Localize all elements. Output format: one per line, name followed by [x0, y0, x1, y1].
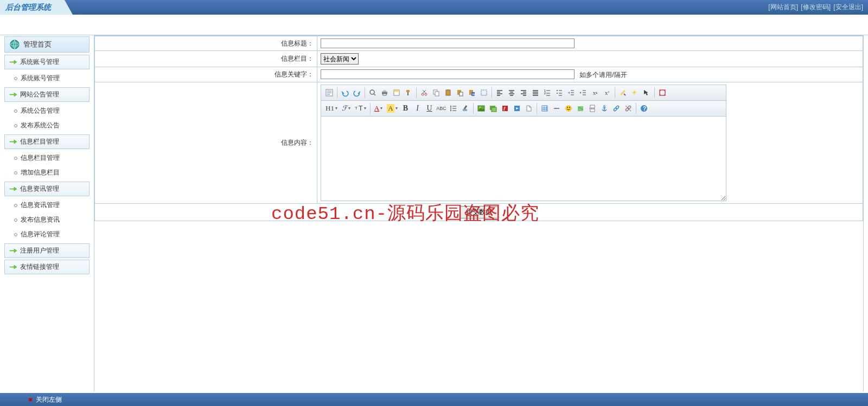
redo-icon[interactable] — [351, 87, 363, 99]
svg-rect-45 — [590, 105, 595, 108]
file-icon[interactable] — [523, 102, 535, 114]
source-icon[interactable] — [323, 87, 335, 99]
bg-color[interactable]: A▾ — [385, 102, 399, 114]
emoji-icon[interactable] — [563, 102, 575, 114]
globe-icon — [9, 39, 20, 50]
underline-icon[interactable]: U — [424, 102, 436, 114]
sidebar-item[interactable]: 信息评论管理 — [4, 227, 90, 242]
link-icon[interactable] — [610, 102, 622, 114]
input-keyword[interactable] — [321, 69, 575, 79]
italic-icon[interactable]: I — [412, 102, 424, 114]
align-justify-icon[interactable] — [529, 87, 541, 99]
font-size[interactable]: TT▾ — [353, 102, 368, 114]
map-icon[interactable] — [575, 102, 586, 114]
align-left-icon[interactable] — [494, 87, 506, 99]
section-label: 系统账号管理 — [20, 57, 59, 67]
svg-rect-25 — [481, 90, 487, 95]
subscript-icon[interactable]: x₂ — [589, 87, 601, 99]
bullet-icon — [14, 171, 17, 175]
sidebar-item[interactable]: 信息资讯管理 — [4, 198, 90, 212]
editor-body[interactable] — [321, 117, 726, 201]
about-icon[interactable]: ? — [638, 102, 650, 114]
sidebar-item[interactable]: 系统账号管理 — [4, 71, 90, 86]
anchor-icon[interactable] — [598, 102, 610, 114]
bullet-icon — [14, 77, 17, 80]
template-icon[interactable] — [391, 87, 403, 99]
svg-point-12 — [422, 93, 424, 95]
svg-text:?: ? — [643, 106, 646, 112]
list-ul-icon[interactable] — [553, 87, 565, 99]
sidebar-section[interactable]: 信息资讯管理 — [4, 182, 90, 196]
font-family[interactable]: ℱ▾ — [340, 102, 353, 114]
item-label: 增加信息栏目 — [21, 168, 60, 177]
sidebar-item[interactable]: 增加信息栏目 — [4, 165, 90, 180]
svg-text:W: W — [472, 93, 475, 96]
label-column: 信息栏目： — [95, 51, 317, 67]
paste-word-icon[interactable]: W — [466, 87, 478, 99]
sidebar-section[interactable]: 友情链接管理 — [4, 260, 90, 274]
sidebar-section[interactable]: 网站公告管理 — [4, 87, 90, 102]
list-ol-icon[interactable]: 12 — [541, 87, 553, 99]
image-icon[interactable] — [475, 102, 487, 114]
sidebar-item[interactable]: 信息栏目管理 — [4, 151, 90, 165]
copy-icon[interactable] — [430, 87, 442, 99]
remove-format-icon[interactable] — [459, 102, 471, 114]
submit-button[interactable]: 提交数据 — [460, 206, 498, 218]
svg-point-53 — [625, 107, 629, 111]
svg-rect-46 — [590, 109, 595, 112]
link-password[interactable]: [修改密码] — [801, 3, 831, 11]
svg-rect-19 — [447, 89, 449, 91]
media-icon[interactable] — [511, 102, 523, 114]
sidebar-section[interactable]: 系统账号管理 — [4, 55, 90, 69]
flash-icon[interactable]: f — [499, 102, 511, 114]
sidebar: 管理首页 系统账号管理系统账号管理网站公告管理系统公告管理发布系统公告信息栏目管… — [0, 35, 94, 391]
pagebreak-icon[interactable] — [586, 102, 598, 114]
bullet-icon — [14, 218, 17, 222]
sidebar-section[interactable]: 信息栏目管理 — [4, 134, 90, 149]
superscript-icon[interactable]: x² — [601, 87, 613, 99]
input-title[interactable] — [321, 38, 575, 48]
sidebar-item[interactable]: 系统公告管理 — [4, 104, 90, 118]
sidebar-home[interactable]: 管理首页 — [4, 36, 90, 53]
font-color[interactable]: A▾ — [372, 102, 385, 114]
select-element-icon[interactable] — [641, 87, 653, 99]
preview-icon[interactable] — [367, 87, 379, 99]
link-exit[interactable]: [安全退出] — [833, 3, 863, 11]
quick-format-icon[interactable] — [629, 87, 641, 99]
svg-rect-35 — [492, 107, 496, 112]
sidebar-item[interactable]: 发布信息资讯 — [4, 212, 90, 227]
select-all-icon[interactable] — [478, 87, 490, 99]
select-column[interactable]: 社会新闻 — [321, 53, 359, 65]
item-label: 信息栏目管理 — [21, 153, 60, 163]
format-block[interactable]: H1▾ — [323, 102, 340, 114]
align-center-icon[interactable] — [506, 87, 518, 99]
cut-icon[interactable] — [418, 87, 430, 99]
multi-image-icon[interactable] — [487, 102, 499, 114]
svg-point-41 — [565, 105, 572, 112]
undo-icon[interactable] — [339, 87, 351, 99]
content-textarea[interactable] — [321, 117, 726, 201]
svg-rect-6 — [383, 90, 386, 92]
link-home[interactable]: [网站首页] — [768, 3, 798, 11]
bold-icon[interactable]: B — [400, 102, 412, 114]
svg-line-4 — [374, 94, 375, 95]
align-right-icon[interactable] — [518, 87, 529, 99]
clear-format-icon[interactable] — [617, 87, 629, 99]
paste-icon[interactable] — [442, 87, 454, 99]
paste-text-icon[interactable] — [454, 87, 466, 99]
fullscreen-icon[interactable] — [656, 87, 668, 99]
table-icon[interactable] — [539, 102, 551, 114]
sidebar-item[interactable]: 发布系统公告 — [4, 118, 90, 133]
outdent-icon[interactable] — [565, 87, 577, 99]
sidebar-section[interactable]: 注册用户管理 — [4, 243, 90, 258]
indent-icon[interactable] — [577, 87, 589, 99]
strike-icon[interactable]: ABC — [436, 102, 448, 114]
svg-point-54 — [627, 105, 631, 109]
format-icon[interactable] — [403, 87, 414, 99]
line-height-icon[interactable] — [448, 102, 459, 114]
hr-icon[interactable] — [551, 102, 563, 114]
keyword-hint: 如多个请用/隔开 — [579, 71, 627, 79]
print-icon[interactable] — [379, 87, 391, 99]
bullet-icon — [14, 233, 17, 236]
unlink-icon[interactable] — [622, 102, 634, 114]
